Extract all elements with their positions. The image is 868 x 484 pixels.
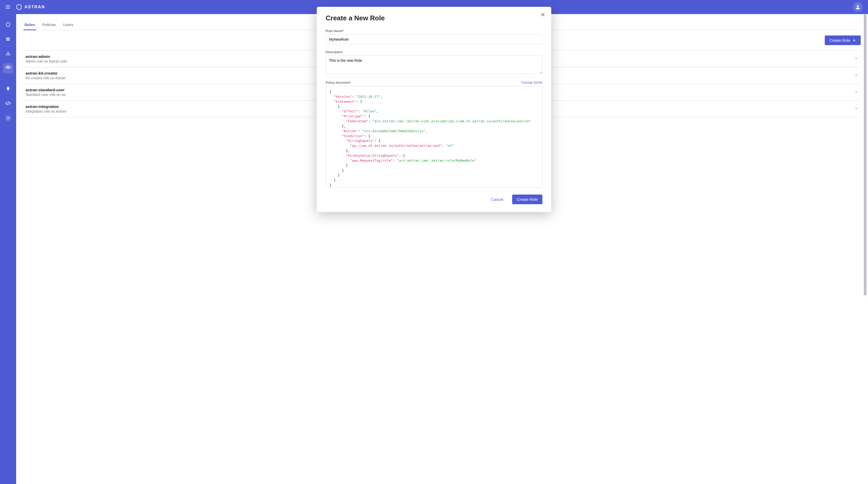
svg-point-8 [6, 55, 7, 56]
help-button[interactable]: ? [5, 115, 11, 121]
brand-name: ASTRAN [25, 5, 45, 9]
scrollbar[interactable] [863, 14, 867, 483]
role-name-label: Role Name* [326, 29, 542, 33]
plug-icon [5, 86, 11, 91]
svg-line-13 [7, 102, 9, 105]
broadcast-icon [5, 65, 11, 71]
cancel-button[interactable]: Cancel [486, 195, 508, 204]
sidebar-item-overview[interactable] [3, 19, 13, 30]
sidebar-item-library[interactable] [3, 34, 13, 44]
svg-point-9 [7, 55, 9, 56]
scrollbar-thumb[interactable] [864, 14, 866, 295]
svg-point-11 [7, 68, 9, 69]
tab-policies[interactable]: Policies [41, 20, 57, 30]
chevron-down-icon [854, 106, 859, 112]
avatar[interactable] [853, 2, 863, 12]
submit-create-role-button[interactable]: Create Role [512, 195, 542, 204]
hexagon-icon [5, 22, 11, 27]
tab-roles[interactable]: Roles [24, 20, 36, 30]
format-json-link[interactable]: Format JSON [522, 81, 542, 85]
policy-document-editor[interactable]: { "Version": "2012-10-17", "Statement": … [326, 86, 542, 188]
description-input[interactable] [326, 56, 542, 74]
modal-title: Create a New Role [326, 14, 542, 22]
sidebar-item-org[interactable] [3, 49, 13, 59]
svg-rect-6 [9, 37, 10, 41]
chevron-down-icon [854, 73, 859, 79]
sidebar-item-developer[interactable] [3, 98, 13, 109]
books-icon [5, 36, 11, 42]
close-icon[interactable] [540, 12, 546, 18]
hexagon-icon [16, 4, 22, 10]
code-icon [5, 101, 11, 106]
svg-rect-5 [7, 37, 8, 41]
svg-point-10 [9, 55, 10, 56]
plus-icon [852, 38, 856, 42]
chevron-down-icon [854, 89, 859, 95]
role-name-input[interactable] [326, 34, 542, 44]
svg-rect-4 [6, 37, 7, 41]
brand-logo: ASTRAN [16, 4, 45, 10]
svg-point-3 [857, 5, 859, 7]
tab-users[interactable]: Users [62, 20, 74, 30]
sitemap-icon [5, 51, 11, 57]
chevron-down-icon [854, 56, 859, 62]
hamburger-icon[interactable] [3, 2, 13, 12]
policy-label: Policy document [326, 81, 350, 85]
sidebar-item-integrations[interactable] [3, 83, 13, 94]
description-label: Description [326, 50, 542, 54]
svg-point-7 [7, 52, 9, 53]
create-role-button[interactable]: Create Role [825, 35, 861, 45]
create-role-modal: Create a New Role Role Name* Description… [317, 7, 551, 212]
user-icon [855, 4, 861, 10]
sidebar-item-access[interactable] [3, 63, 13, 74]
create-role-label: Create Role [830, 38, 850, 42]
